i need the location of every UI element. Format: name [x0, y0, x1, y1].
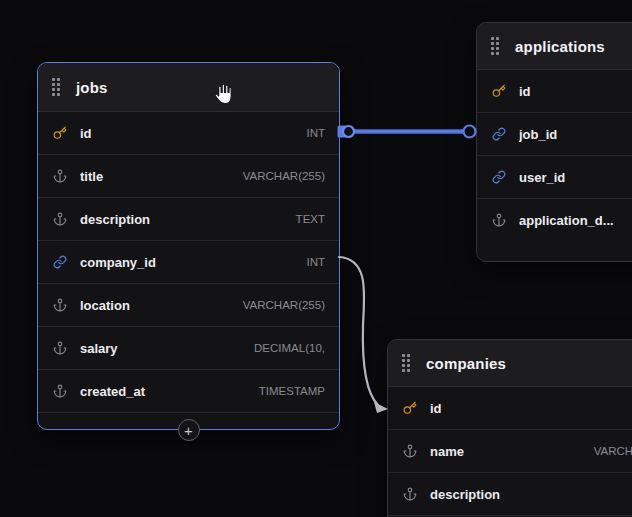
table-title: jobs: [76, 79, 108, 96]
field-type: TIMESTAMP: [259, 385, 325, 397]
field-type: DECIMAL(10,: [254, 342, 325, 354]
anchor-icon: [52, 383, 68, 399]
field-type: VARCHAR(255): [243, 299, 325, 311]
table-jobs[interactable]: jobs id INT title VARCHAR(255) descripti…: [37, 62, 340, 430]
anchor-icon: [402, 443, 418, 459]
field-name: job_id: [519, 127, 632, 142]
anchor-icon: [52, 168, 68, 184]
field-row-description[interactable]: description TEXT: [38, 198, 339, 241]
field-row-job-id[interactable]: job_id: [477, 113, 632, 156]
key-icon: [402, 400, 418, 416]
field-row-id[interactable]: id INT: [38, 112, 339, 155]
drag-grip-icon[interactable]: [402, 354, 410, 372]
relationship-jobs-applications[interactable]: [338, 126, 476, 138]
field-name: id: [80, 126, 294, 141]
anchor-icon: [52, 211, 68, 227]
field-row-title[interactable]: title VARCHAR(255): [38, 155, 339, 198]
drag-grip-icon[interactable]: [52, 78, 60, 96]
field-row-salary[interactable]: salary DECIMAL(10,: [38, 327, 339, 370]
drag-grip-icon[interactable]: [491, 37, 499, 55]
field-name: created_at: [80, 384, 247, 399]
table-jobs-header[interactable]: jobs: [38, 63, 339, 112]
anchor-icon: [491, 212, 507, 228]
table-applications[interactable]: applications id job_id user_id: [476, 22, 632, 262]
link-icon: [491, 126, 507, 142]
field-type: VARCHAR(255): [594, 445, 632, 457]
field-row-company-id[interactable]: company_id INT: [38, 241, 339, 284]
relationship-jobs-companies[interactable]: [339, 257, 388, 413]
link-icon: [52, 254, 68, 270]
anchor-icon: [52, 340, 68, 356]
table-companies[interactable]: companies id name VARCHAR(255) descripti…: [387, 339, 632, 517]
field-name: salary: [80, 341, 242, 356]
field-type: TEXT: [296, 213, 325, 225]
field-type: VARCHAR(255): [243, 170, 325, 182]
relationship-endpoint-circle[interactable]: [343, 126, 354, 137]
field-name: location: [80, 298, 231, 313]
field-name: description: [80, 212, 284, 227]
key-icon: [491, 83, 507, 99]
table-applications-header[interactable]: applications: [477, 23, 632, 70]
field-name: description: [430, 487, 632, 502]
field-name: application_d...: [519, 213, 632, 228]
field-name: user_id: [519, 170, 632, 185]
key-icon: [52, 125, 68, 141]
table-title: applications: [515, 38, 605, 55]
link-icon: [491, 169, 507, 185]
field-name: id: [430, 401, 632, 416]
relationship-endpoint-circle[interactable]: [464, 126, 476, 138]
field-type: INT: [306, 127, 325, 139]
field-row-description[interactable]: description: [388, 473, 632, 516]
relationship-arrowhead: [374, 402, 388, 413]
field-name: company_id: [80, 255, 294, 270]
field-name: id: [519, 84, 632, 99]
field-row-name[interactable]: name VARCHAR(255): [388, 430, 632, 473]
field-name: name: [430, 444, 582, 459]
field-row-location[interactable]: location VARCHAR(255): [38, 284, 339, 327]
field-row-application-date[interactable]: application_d...: [477, 199, 632, 241]
field-row-id[interactable]: id: [477, 70, 632, 113]
field-type: INT: [306, 256, 325, 268]
diagram-canvas[interactable]: jobs id INT title VARCHAR(255) descripti…: [0, 0, 632, 517]
field-row-id[interactable]: id: [388, 387, 632, 430]
table-title: companies: [426, 355, 506, 372]
field-name: title: [80, 169, 231, 184]
anchor-icon: [52, 297, 68, 313]
field-row-user-id[interactable]: user_id: [477, 156, 632, 199]
anchor-icon: [402, 486, 418, 502]
table-companies-header[interactable]: companies: [388, 340, 632, 387]
add-field-button[interactable]: +: [178, 419, 200, 441]
field-row-created-at[interactable]: created_at TIMESTAMP: [38, 370, 339, 413]
